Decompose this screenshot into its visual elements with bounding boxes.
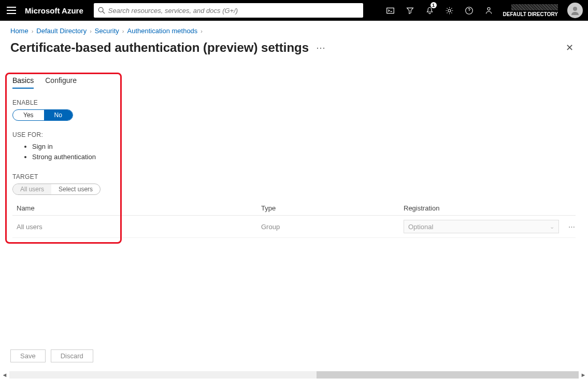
target-select-users[interactable]: Select users — [51, 184, 100, 194]
scroll-track[interactable] — [9, 371, 579, 378]
notification-badge: 1 — [431, 2, 437, 8]
chevron-down-icon: ⌄ — [550, 223, 554, 230]
tenant-info[interactable]: DEFAULT DIRECTORY — [499, 4, 562, 17]
col-name: Name — [12, 204, 261, 212]
target-label: TARGET — [12, 173, 576, 180]
cell-name: All users — [12, 223, 261, 231]
col-registration: Registration — [404, 204, 576, 212]
top-icons: 1 DEFAULT DIRECTORY — [381, 0, 588, 21]
global-search[interactable] — [94, 3, 363, 18]
enable-yes[interactable]: Yes — [13, 110, 44, 120]
close-icon[interactable]: ✕ — [562, 40, 578, 55]
search-input[interactable] — [108, 7, 359, 15]
svg-rect-1 — [7, 10, 16, 11]
registration-value: Optional — [408, 223, 433, 231]
registration-select[interactable]: Optional ⌄ — [404, 220, 559, 233]
svg-point-8 — [487, 7, 490, 10]
enable-label: ENABLE — [12, 99, 576, 106]
use-for-list: Sign in Strong authentication — [32, 142, 576, 162]
top-bar: Microsoft Azure 1 DEFAULT DIRECTORY — [0, 0, 588, 21]
title-more-icon[interactable]: ⋯ — [316, 42, 326, 53]
scroll-left-icon[interactable]: ◄ — [0, 372, 9, 378]
chevron-right-icon: › — [32, 28, 34, 34]
svg-point-6 — [448, 9, 451, 11]
enable-toggle[interactable]: Yes No — [12, 109, 73, 121]
help-icon[interactable] — [460, 0, 479, 21]
feedback-icon[interactable] — [479, 0, 499, 21]
scroll-thumb[interactable] — [317, 371, 579, 378]
use-for-label: USE FOR: — [12, 131, 576, 138]
crumb-directory[interactable]: Default Directory — [36, 27, 87, 35]
discard-button[interactable]: Discard — [51, 349, 93, 362]
col-type: Type — [261, 204, 404, 212]
target-toggle[interactable]: All users Select users — [12, 184, 101, 195]
cell-registration: Optional ⌄ — [404, 220, 564, 233]
row-more-icon[interactable]: ⋯ — [568, 223, 576, 231]
crumb-auth-methods[interactable]: Authentication methods — [127, 27, 197, 35]
cloud-shell-icon[interactable] — [381, 0, 400, 21]
settings-icon[interactable] — [440, 0, 460, 21]
brand-label[interactable]: Microsoft Azure — [23, 6, 90, 15]
footer-actions: Save Discard — [0, 344, 588, 368]
use-for-item: Strong authentication — [32, 152, 576, 162]
save-button[interactable]: Save — [10, 349, 46, 362]
svg-rect-2 — [7, 13, 16, 14]
horizontal-scrollbar[interactable]: ◄ ► — [0, 371, 588, 379]
page-header: Certificate-based authentication (previe… — [0, 37, 588, 63]
table-row: All users Group Optional ⌄ ⋯ — [12, 216, 576, 238]
scroll-right-icon[interactable]: ► — [579, 372, 588, 378]
svg-rect-5 — [387, 8, 394, 13]
crumb-security[interactable]: Security — [95, 27, 119, 35]
svg-line-4 — [103, 11, 105, 13]
avatar[interactable] — [567, 3, 583, 18]
page-title: Certificate-based authentication (previe… — [10, 40, 309, 55]
enable-no[interactable]: No — [44, 110, 73, 120]
chevron-right-icon: › — [122, 28, 124, 34]
cell-type: Group — [261, 223, 404, 231]
target-table: Name Type Registration All users Group O… — [12, 201, 576, 238]
directory-filter-icon[interactable] — [400, 0, 420, 21]
svg-point-3 — [98, 7, 103, 12]
svg-rect-0 — [7, 7, 16, 8]
tenant-label: DEFAULT DIRECTORY — [503, 11, 558, 17]
crumb-home[interactable]: Home — [10, 27, 28, 35]
use-for-item: Sign in — [32, 142, 576, 152]
settings-tabs: Basics Configure — [12, 76, 576, 89]
tab-configure[interactable]: Configure — [45, 76, 77, 89]
tab-basics[interactable]: Basics — [12, 76, 34, 89]
table-header: Name Type Registration — [12, 201, 576, 216]
chevron-right-icon: › — [90, 28, 92, 34]
tenant-email-redacted — [511, 4, 558, 10]
notifications-icon[interactable]: 1 — [420, 0, 440, 21]
search-icon — [98, 7, 105, 14]
hamburger-icon[interactable] — [0, 0, 23, 21]
chevron-right-icon: › — [200, 28, 203, 34]
target-all-users[interactable]: All users — [13, 184, 51, 194]
breadcrumb: Home› Default Directory› Security› Authe… — [0, 21, 588, 37]
svg-point-9 — [573, 7, 577, 11]
content-area: Basics Configure ENABLE Yes No USE FOR: … — [0, 63, 588, 243]
